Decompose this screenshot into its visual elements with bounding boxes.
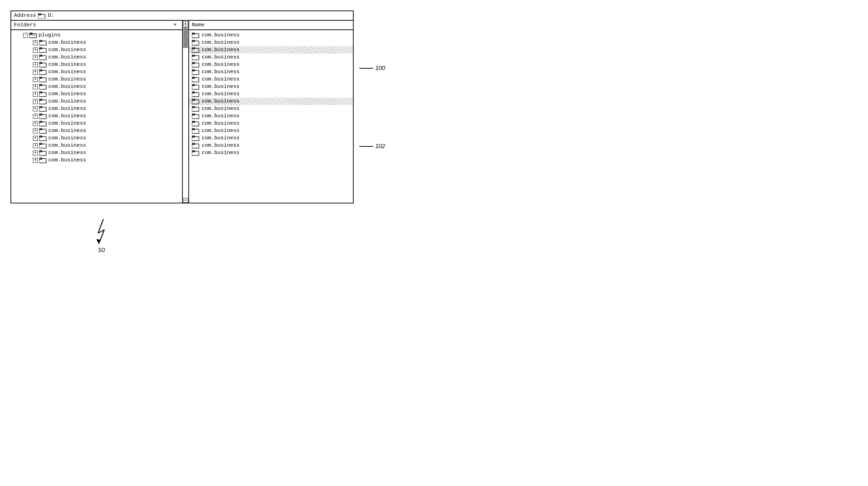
folder-icon bbox=[39, 91, 47, 97]
expand-icon[interactable]: + bbox=[33, 48, 38, 53]
list-item[interactable]: + com.business bbox=[32, 134, 182, 142]
address-path: D: bbox=[48, 13, 54, 19]
list-item[interactable]: + com.business bbox=[32, 142, 182, 149]
folder-open-icon bbox=[29, 32, 37, 38]
folder-icon bbox=[192, 32, 200, 38]
folder-icon bbox=[192, 120, 200, 126]
address-folder-icon bbox=[38, 13, 46, 19]
list-item[interactable]: + com.business bbox=[32, 83, 182, 90]
expand-icon[interactable]: + bbox=[33, 151, 38, 155]
folder-icon bbox=[192, 69, 200, 75]
right-pane: Name com.business bbox=[189, 21, 353, 203]
list-item[interactable]: + com.business bbox=[32, 61, 182, 68]
annotation-102: 102 bbox=[359, 143, 385, 150]
folder-icon bbox=[192, 54, 200, 60]
folder-icon bbox=[192, 106, 200, 112]
folder-icon bbox=[39, 69, 47, 75]
expand-icon[interactable]: + bbox=[33, 55, 38, 60]
scroll-middle-button[interactable]: ≡ bbox=[183, 198, 188, 203]
folder-icon bbox=[192, 47, 200, 53]
list-item[interactable]: + com.business bbox=[32, 127, 182, 134]
list-item[interactable]: com.business bbox=[189, 127, 353, 134]
list-item[interactable]: com.business bbox=[189, 54, 353, 61]
folder-icon bbox=[39, 135, 47, 141]
expand-icon[interactable]: + bbox=[33, 92, 38, 97]
list-item[interactable]: + com.business bbox=[32, 76, 182, 83]
folder-icon bbox=[192, 135, 200, 141]
item-label: com.business bbox=[202, 69, 239, 75]
item-label: com.business bbox=[48, 113, 86, 119]
list-item[interactable]: com.business bbox=[189, 61, 353, 68]
item-label: com.business bbox=[202, 150, 239, 156]
collapse-icon[interactable]: − bbox=[23, 33, 28, 38]
item-label: com.business bbox=[202, 98, 239, 104]
tree-root: − plugins bbox=[11, 32, 182, 164]
folders-header: Folders × bbox=[11, 21, 182, 30]
expand-icon[interactable]: + bbox=[33, 136, 38, 141]
item-label: com.business bbox=[48, 143, 86, 148]
expand-icon[interactable]: + bbox=[33, 121, 38, 126]
list-item[interactable]: com.business bbox=[189, 39, 353, 46]
folder-icon bbox=[192, 143, 200, 148]
list-item[interactable]: com.business bbox=[189, 120, 353, 127]
expand-icon[interactable]: + bbox=[33, 40, 38, 45]
list-item[interactable]: com.business bbox=[189, 68, 353, 76]
list-item[interactable]: + com.business bbox=[32, 90, 182, 98]
expand-icon[interactable]: + bbox=[33, 143, 38, 148]
item-label: com.business bbox=[48, 98, 86, 104]
tree-children: + com.business + bbox=[22, 39, 182, 164]
list-item[interactable]: + com.business bbox=[32, 105, 182, 112]
list-item[interactable]: com.business bbox=[189, 112, 353, 120]
list-item[interactable]: + com.business bbox=[32, 46, 182, 54]
address-bar: Address D: bbox=[11, 11, 353, 21]
folder-icon bbox=[39, 113, 47, 119]
item-label: com.business bbox=[48, 62, 86, 68]
list-item[interactable]: + com.business bbox=[32, 120, 182, 127]
list-item[interactable]: + com.business bbox=[32, 39, 182, 46]
list-item[interactable]: com.business bbox=[189, 76, 353, 83]
list-item-selected-100[interactable]: com.business bbox=[189, 46, 353, 54]
expand-icon[interactable]: + bbox=[33, 62, 38, 67]
expand-icon[interactable]: + bbox=[33, 99, 38, 104]
folder-icon bbox=[192, 84, 200, 90]
folder-icon bbox=[39, 120, 47, 126]
expand-icon[interactable]: + bbox=[33, 106, 38, 111]
scroll-thumb[interactable] bbox=[183, 27, 188, 48]
folder-icon bbox=[192, 62, 200, 68]
expand-icon[interactable]: + bbox=[33, 114, 38, 119]
list-item[interactable]: com.business bbox=[189, 32, 353, 39]
list-item-selected-102[interactable]: com.business bbox=[189, 98, 353, 105]
list-item[interactable]: + com.business bbox=[32, 54, 182, 61]
item-label: com.business bbox=[48, 47, 86, 53]
expand-icon[interactable]: + bbox=[33, 158, 38, 163]
list-item[interactable]: com.business bbox=[189, 105, 353, 112]
list-item[interactable]: com.business bbox=[189, 134, 353, 142]
list-item[interactable]: + com.business bbox=[32, 98, 182, 105]
list-item[interactable]: com.business bbox=[189, 90, 353, 98]
list-item[interactable]: com.business bbox=[189, 142, 353, 149]
expand-icon[interactable]: + bbox=[33, 129, 38, 133]
list-item[interactable]: + com.business bbox=[32, 68, 182, 76]
folder-icon bbox=[39, 84, 47, 90]
close-button[interactable]: × bbox=[173, 22, 176, 28]
expand-icon[interactable]: + bbox=[33, 84, 38, 89]
expand-icon[interactable]: + bbox=[33, 77, 38, 82]
item-label: com.business bbox=[202, 135, 239, 141]
list-item[interactable]: com.business bbox=[189, 83, 353, 90]
list-item[interactable]: + com.business bbox=[32, 112, 182, 120]
expand-icon[interactable]: + bbox=[33, 70, 38, 75]
folder-icon bbox=[39, 157, 47, 163]
item-label: com.business bbox=[48, 40, 86, 46]
item-label: com.business bbox=[48, 150, 86, 156]
list-item[interactable]: com.business bbox=[189, 149, 353, 157]
list-item[interactable]: + com.business bbox=[32, 157, 182, 164]
folder-icon bbox=[39, 40, 47, 46]
tree-item-plugins[interactable]: − plugins bbox=[22, 32, 182, 39]
item-label: com.business bbox=[48, 91, 86, 97]
scroll-up-button[interactable]: ▲ bbox=[183, 21, 188, 26]
list-item[interactable]: + com.business bbox=[32, 149, 182, 157]
plugins-label: plugins bbox=[39, 32, 61, 38]
folder-icon bbox=[39, 76, 47, 82]
item-label: com.business bbox=[202, 128, 239, 134]
item-label: com.business bbox=[48, 54, 86, 60]
